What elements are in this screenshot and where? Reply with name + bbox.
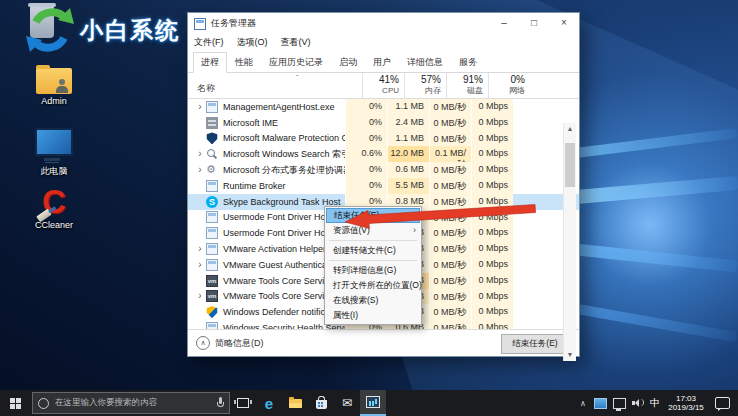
tab-bar: 进程性能应用历史记录启动用户详细信息服务 [188,52,579,73]
cell-net: 0 Mbps [471,115,513,131]
tab[interactable]: 服务 [451,52,485,73]
cell-net: 0 Mbps [471,162,513,178]
context-menu-item[interactable]: 资源值(V)› [326,223,420,238]
maximize-button[interactable]: □ [519,13,549,34]
cell-disk: 0 MB/秒 [429,162,471,178]
cortana-icon [38,398,49,409]
tab[interactable]: 性能 [227,52,261,73]
cell-net: 0 Mbps [471,210,513,226]
sort-ascending-icon: ˆ [296,73,299,82]
context-menu-item[interactable]: 在线搜索(S) [326,293,420,308]
context-menu-item[interactable]: 结束任务(E) [326,208,420,223]
cell-mem: 5.5 MB [387,178,429,194]
taskbar: 在这里输入你要搜索的内容 e ✉ ∧ 中 17:03 2019/3/15 [0,390,738,416]
tab[interactable]: 详细信息 [399,52,451,73]
expand-chevron-icon[interactable]: › [194,244,206,254]
cell-cpu: 0% [345,99,387,115]
folder-icon [289,399,302,408]
expand-chevron-icon[interactable]: › [194,165,206,175]
usage-column-header[interactable]: 57%内存 [404,73,446,98]
tab[interactable]: 应用历史记录 [261,52,331,73]
menubar-item[interactable]: 文件(F) [194,36,224,49]
usage-label: CPU [363,86,399,96]
expand-chevron-icon[interactable]: › [194,291,206,301]
menubar-item[interactable]: 选项(O) [237,36,268,49]
task-manager-taskbar-button[interactable] [360,390,386,416]
process-row[interactable]: Runtime Broker0%5.5 MB0 MB/秒0 Mbps [188,178,579,194]
desktop-icon-ccleaner[interactable]: C CCleaner [22,186,86,230]
clock-time: 17:03 [676,394,696,403]
expand-chevron-icon[interactable]: › [194,102,206,112]
cell-disk: 0 MB/秒 [429,178,471,194]
expand-chevron-icon[interactable]: › [194,260,206,270]
tab[interactable]: 用户 [365,52,399,73]
volume-icon[interactable] [629,390,647,416]
mail-button[interactable]: ✉ [334,390,360,416]
menubar-item[interactable]: 查看(V) [281,36,311,49]
cell-cpu: 0% [345,162,387,178]
action-center-button[interactable] [709,390,738,416]
minimize-button[interactable]: – [489,13,519,34]
file-explorer-button[interactable] [282,390,308,416]
process-name: Microsoft IME [223,118,345,128]
fewer-details-toggle[interactable]: ∧ 简略信息(D) [196,336,264,350]
cell-disk: 0 MB/秒 [429,194,471,210]
scroll-up-icon[interactable]: ▲ [564,123,576,135]
end-task-button[interactable]: 结束任务(E) [501,334,569,354]
desktop-icon-admin[interactable]: Admin [22,68,86,106]
menu-separator [329,260,417,261]
process-row[interactable]: Microsoft IME0%2.4 MB0 MB/秒0 Mbps [188,115,579,131]
store-icon [316,400,327,409]
context-menu-item[interactable]: 转到详细信息(G) [326,263,420,278]
tray-overflow-chevron-icon[interactable]: ∧ [575,390,591,416]
scrollbar-thumb[interactable] [565,143,575,187]
menu-item-label: 转到详细信息(G) [333,265,396,275]
edge-button[interactable]: e [256,390,282,416]
ime-language-indicator[interactable]: 中 [647,390,663,416]
tab[interactable]: 启动 [331,52,365,73]
desktop: 小白系统 Admin 此电脑 C CCleaner 任务管理器 – □ × 文件… [0,0,738,416]
cell-net: 0 Mbps [471,257,513,273]
process-row[interactable]: Microsoft Malware Protection Comman...0%… [188,131,579,147]
microphone-icon[interactable] [217,397,224,409]
usage-column-header[interactable]: 41%CPU [362,73,404,98]
start-button[interactable] [0,390,32,416]
usage-column-header[interactable]: 91%磁盘 [446,73,488,98]
process-row[interactable]: ›Microsoft Windows Search 索引器0.6%12.0 MB… [188,146,579,162]
tab[interactable]: 进程 [193,52,227,73]
wallpaper-light-streak [575,244,738,273]
task-manager-app-icon [194,18,206,30]
skype-process-icon [206,196,218,208]
title-bar[interactable]: 任务管理器 – □ × [188,13,579,34]
vm-process-icon [206,290,218,302]
app-process-icon [206,259,218,271]
system-tray: ∧ 中 17:03 2019/3/15 [575,390,738,416]
shield-process-icon [206,132,218,144]
desktop-icon-this-pc[interactable]: 此电脑 [22,128,86,178]
context-menu-item[interactable]: 打开文件所在的位置(O) [326,278,420,293]
process-name: Runtime Broker [223,181,345,191]
cell-disk: 0 MB/秒 [429,225,471,241]
cell-mem: 1.1 MB [387,131,429,147]
scrollbar[interactable]: ▲ ▼ [563,123,576,361]
context-menu-item[interactable]: 属性(I) [326,308,420,323]
process-row[interactable]: ›ManagementAgentHost.exe0%1.1 MB0 MB/秒0 … [188,99,579,115]
taskbar-search-input[interactable]: 在这里输入你要搜索的内容 [32,392,230,414]
task-view-button[interactable] [230,390,256,416]
menu-item-label: 属性(I) [333,310,358,320]
submenu-arrow-icon: › [413,223,416,238]
menu-item-label: 资源值(V) [333,225,370,235]
name-column-header[interactable]: 名称 [197,82,215,95]
cell-net: 0 Mbps [471,289,513,305]
taskbar-clock[interactable]: 17:03 2019/3/15 [663,390,709,416]
scroll-down-icon[interactable]: ▼ [564,349,576,361]
expand-chevron-icon[interactable]: › [194,149,206,159]
network-icon[interactable] [610,390,629,416]
context-menu-item[interactable]: 创建转储文件(C) [326,243,420,258]
store-button[interactable] [308,390,334,416]
tray-display-icon[interactable] [591,390,610,416]
usage-column-header[interactable]: 0%网络 [488,73,530,98]
close-button[interactable]: × [549,13,579,34]
process-row[interactable]: ›Microsoft 分布式事务处理协调器服务0%0.6 MB0 MB/秒0 M… [188,162,579,178]
cell-net: 0 Mbps [471,131,513,147]
